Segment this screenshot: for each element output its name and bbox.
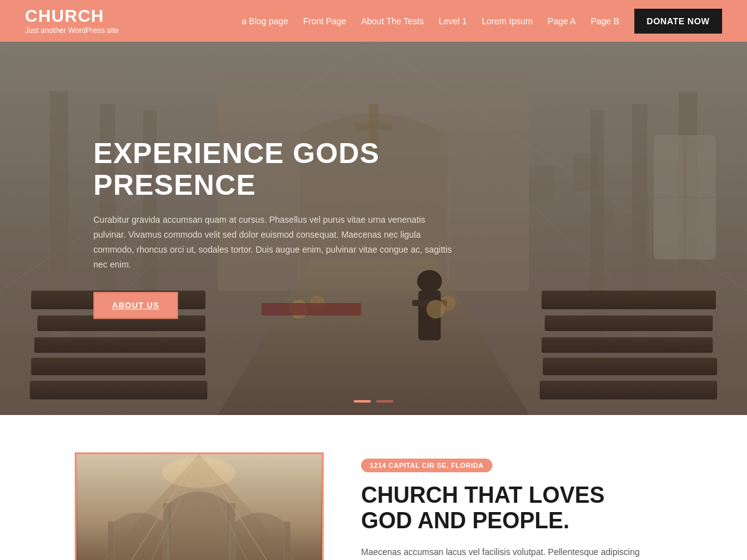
hero-description: Curabitur gravida accumsan quam at cursu… — [93, 213, 454, 273]
logo-subtitle: Just another WordPress site — [25, 26, 119, 35]
about-us-button[interactable]: ABOUT US — [93, 292, 178, 319]
hero-section: EXPERIENCE GODS PRESENCE Curabitur gravi… — [0, 42, 747, 415]
donate-button[interactable]: DONATE NOW — [634, 9, 722, 34]
section-description: Maecenas accumsan lacus vel facilisis vo… — [361, 545, 672, 560]
nav-lorem-ipsum[interactable]: Lorem Ipsum — [482, 16, 533, 26]
church-image-box — [75, 452, 324, 560]
svg-rect-42 — [284, 521, 291, 560]
site-header: CHURCH Just another WordPress site a Blo… — [0, 0, 747, 42]
section-two-text: 1214 CAPITAL CIR SE, FLORIDA CHURCH THAT… — [361, 452, 672, 560]
hero-content: EXPERIENCE GODS PRESENCE Curabitur gravi… — [93, 138, 454, 319]
hero-title: EXPERIENCE GODS PRESENCE — [93, 138, 454, 200]
logo-title: CHURCH — [25, 7, 119, 26]
svg-rect-39 — [163, 503, 171, 560]
section-heading-line2: GOD AND PEOPLE. — [361, 508, 570, 533]
slider-dots — [354, 400, 393, 403]
slider-dot-2[interactable] — [376, 400, 393, 403]
nav-blog[interactable]: a Blog page — [242, 16, 288, 26]
nav-about-tests[interactable]: About The Tests — [361, 16, 424, 26]
section-heading-line1: CHURCH THAT LOVES — [361, 482, 604, 508]
svg-point-47 — [162, 457, 235, 488]
nav-page-a[interactable]: Page A — [548, 16, 576, 26]
nav-page-b[interactable]: Page B — [591, 16, 619, 26]
section-heading: CHURCH THAT LOVES GOD AND PEOPLE. — [361, 482, 672, 534]
nav-front-page[interactable]: Front Page — [303, 16, 346, 26]
slider-dot-1[interactable] — [354, 400, 371, 403]
nav-level1[interactable]: Level 1 — [439, 16, 467, 26]
main-nav: a Blog page Front Page About The Tests L… — [242, 9, 722, 34]
svg-rect-41 — [108, 521, 115, 560]
church-image — [77, 454, 322, 560]
logo[interactable]: CHURCH Just another WordPress site — [25, 7, 119, 35]
location-badge: 1214 CAPITAL CIR SE, FLORIDA — [361, 459, 492, 472]
svg-rect-40 — [228, 503, 235, 560]
about-section: 1214 CAPITAL CIR SE, FLORIDA CHURCH THAT… — [0, 415, 747, 560]
